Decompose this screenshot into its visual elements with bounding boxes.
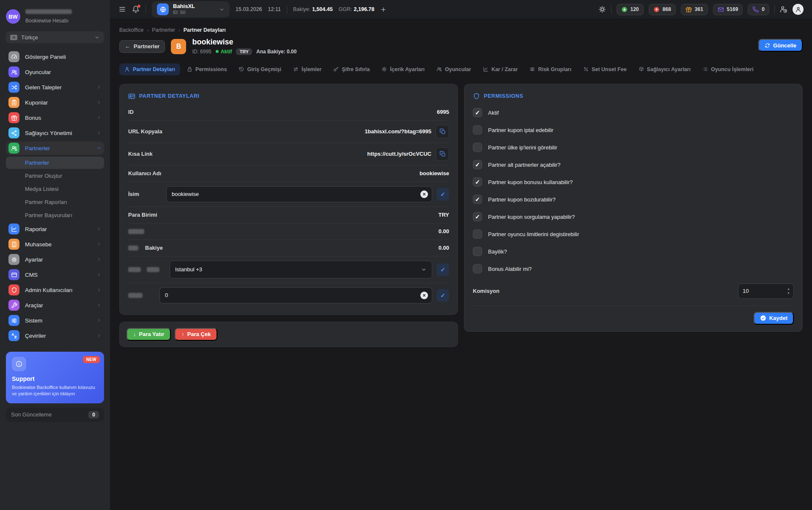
checkbox[interactable]: ✓ bbox=[473, 212, 482, 221]
currency-badge: TRY bbox=[236, 48, 252, 55]
user-clock-icon[interactable] bbox=[780, 6, 787, 13]
sidebar-item-gelen-talepler[interactable]: Gelen Talepler bbox=[6, 80, 104, 94]
deposits-badge[interactable]: 120 bbox=[617, 4, 644, 15]
bonuses-badge[interactable]: 361 bbox=[681, 4, 708, 15]
sidebar-item-cms[interactable]: CMS bbox=[6, 268, 104, 281]
tab-risk-gruplari[interactable]: Risk Grupları bbox=[524, 63, 576, 75]
withdraw-button[interactable]: ↑ Para Çek bbox=[175, 328, 217, 341]
brand-selector[interactable]: BahisXL ID: 50 bbox=[152, 1, 230, 17]
sidebar-subitem-partner-olustur[interactable]: Partner Oluştur bbox=[6, 170, 104, 182]
sidebar-item-bonus[interactable]: Bonus bbox=[6, 111, 104, 124]
last-update-row[interactable]: Son Güncelleme 0 bbox=[6, 408, 104, 422]
tab-set-unset-fee[interactable]: Set Unset Fee bbox=[578, 63, 632, 75]
sidebar-subitem-partner-raporlari[interactable]: Partner Raporları bbox=[6, 196, 104, 208]
tab-oyuncu-islemleri[interactable]: Oyuncu İşlemleri bbox=[697, 63, 759, 75]
confirm-name-button[interactable]: ✓ bbox=[436, 188, 449, 201]
refresh-button[interactable]: Güncelle bbox=[758, 39, 803, 52]
checkbox[interactable]: ✓ bbox=[473, 108, 482, 117]
tab-giris-gecmisi[interactable]: Giriş Geçmişi bbox=[233, 63, 286, 75]
tab-label: Partner Detayları bbox=[133, 66, 175, 72]
commission-input[interactable] bbox=[738, 288, 787, 294]
masked-value-input[interactable] bbox=[159, 287, 432, 303]
gauge-icon bbox=[8, 51, 19, 62]
sidebar-item-raporlar[interactable]: Raporlar bbox=[6, 222, 104, 236]
topbar: BahisXL ID: 50 15.03.2026 12:11 Bakiye:1… bbox=[110, 0, 812, 19]
confirm-timezone-button[interactable]: ✓ bbox=[436, 263, 449, 276]
confirm-masked-button[interactable]: ✓ bbox=[436, 289, 449, 302]
tab-saglayici-ayarlari[interactable]: Sağlayıcı Ayarları bbox=[634, 63, 696, 75]
hamburger-menu-icon[interactable] bbox=[118, 6, 126, 13]
tab-partner-detaylari[interactable]: Partner Detayları bbox=[119, 63, 180, 75]
save-button[interactable]: Kaydet bbox=[754, 312, 794, 325]
stepper-up-icon[interactable]: ▲ bbox=[787, 287, 790, 290]
checkbox[interactable]: ✓ bbox=[473, 160, 482, 169]
permission-row[interactable]: ✓ Partner kupon sorgulama yapabilir? bbox=[473, 208, 794, 226]
last-update-count: 0 bbox=[88, 411, 99, 419]
language-select[interactable]: A Türkçe bbox=[6, 31, 104, 43]
sidebar-item-partnerler[interactable]: Partnerler bbox=[6, 141, 104, 155]
permission-row[interactable]: ✓ Partner oyuncu limitlerini degistirebi… bbox=[473, 226, 794, 243]
calls-badge[interactable]: 0 bbox=[748, 4, 769, 15]
sidebar-item-ceviriler[interactable]: Çeviriler bbox=[6, 329, 104, 342]
checkbox[interactable]: ✓ bbox=[473, 143, 482, 152]
deposit-button[interactable]: ↓ Para Yatır bbox=[126, 328, 171, 341]
clear-icon[interactable]: × bbox=[420, 292, 428, 299]
sidebar-item-ayarlar[interactable]: Ayarlar bbox=[6, 253, 104, 266]
settings-gear-icon[interactable] bbox=[598, 6, 606, 13]
sidebar-item-kuponlar[interactable]: Kuponlar bbox=[6, 96, 104, 109]
checkbox[interactable]: ✓ bbox=[473, 264, 482, 273]
checkbox[interactable]: ✓ bbox=[473, 229, 482, 239]
permission-label: Aktif bbox=[488, 110, 499, 116]
panel-title-row: PARTNER DETAYLARI bbox=[128, 93, 449, 100]
sidebar-item-admin-kullanicilari[interactable]: Admin Kullanıcıları bbox=[6, 283, 104, 297]
sidebar-subitem-partner-basvurulari[interactable]: Partner Başvuruları bbox=[6, 209, 104, 221]
checkbox[interactable]: ✓ bbox=[473, 125, 482, 135]
tab-oyuncular[interactable]: Oyuncular bbox=[431, 63, 476, 75]
permission-row[interactable]: ✓ Bonus Alabilir mi? bbox=[473, 260, 794, 278]
commission-stepper: ▲ ▼ bbox=[738, 284, 794, 299]
permission-row[interactable]: ✓ Partner kupon iptal edebilir bbox=[473, 121, 794, 139]
tab-kar-zarar[interactable]: Kar / Zarar bbox=[478, 63, 523, 75]
permission-row[interactable]: ✓ Aktif bbox=[473, 104, 794, 121]
sidebar-item-muhasebe[interactable]: Muhasebe bbox=[6, 237, 104, 251]
permission-row[interactable]: ✓ Partner ülke ip'lerini görebilir bbox=[473, 139, 794, 156]
name-input[interactable] bbox=[166, 186, 432, 202]
clear-icon[interactable]: × bbox=[420, 190, 428, 198]
sidebar-subitem-medya-listesi[interactable]: Medya Listesi bbox=[6, 183, 104, 195]
sidebar-subitem-partnerler[interactable]: Partnerler bbox=[6, 157, 104, 169]
ggr-label: GGR: bbox=[339, 6, 352, 12]
tab-islemler[interactable]: İşlemler bbox=[288, 63, 326, 75]
withdrawals-badge[interactable]: 868 bbox=[649, 4, 676, 15]
sidebar-item-gosterge-paneli[interactable]: Gösterge Paneli bbox=[6, 50, 104, 63]
messages-badge[interactable]: 5169 bbox=[713, 4, 743, 15]
checkbox[interactable]: ✓ bbox=[473, 195, 482, 204]
permission-row[interactable]: ✓ Partner alt partnerler açabilir? bbox=[473, 156, 794, 174]
arrow-up-icon: ↑ bbox=[181, 331, 184, 337]
tab-icerik-ayarlari[interactable]: İçerik Ayarları bbox=[376, 63, 430, 75]
tab-sifre-sifirla[interactable]: Şifre Sıfırla bbox=[328, 63, 375, 75]
permission-row[interactable]: ✓ Partner kupon bonusu kullanabilir? bbox=[473, 174, 794, 191]
breadcrumb-item[interactable]: Partnerler bbox=[152, 27, 175, 33]
breadcrumb-item[interactable]: Backoffice bbox=[119, 27, 143, 33]
tab-permissions[interactable]: Permissions bbox=[182, 63, 232, 75]
support-card[interactable]: NEW Support Bookiewise Backoffice kullan… bbox=[6, 352, 104, 403]
sidebar-item-oyuncular[interactable]: Oyuncular bbox=[6, 65, 104, 79]
bell-icon[interactable] bbox=[132, 6, 140, 13]
permission-row[interactable]: ✓ Partner kupon bozdurabilir? bbox=[473, 191, 794, 208]
copy-url-button[interactable] bbox=[436, 125, 449, 138]
refresh-button-label: Güncelle bbox=[773, 42, 796, 49]
add-icon[interactable] bbox=[380, 6, 387, 13]
status-badge: Aktif bbox=[221, 49, 232, 55]
user-avatar[interactable] bbox=[793, 4, 804, 15]
timezone-select[interactable]: Istanbul +3 bbox=[170, 261, 432, 278]
back-to-partners-button[interactable]: ← Partnerler bbox=[119, 40, 165, 53]
copy-short-link-button[interactable] bbox=[436, 147, 449, 161]
sidebar-item-saglayici-yonetimi[interactable]: Sağlayıcı Yönetimi bbox=[6, 126, 104, 140]
checkbox[interactable]: ✓ bbox=[473, 247, 482, 256]
permission-row[interactable]: ✓ Bayilik? bbox=[473, 243, 794, 260]
sidebar-item-araclar[interactable]: Araçlar bbox=[6, 298, 104, 312]
sidebar-item-label: Sistem bbox=[25, 317, 42, 324]
stepper-down-icon[interactable]: ▼ bbox=[787, 292, 790, 295]
checkbox[interactable]: ✓ bbox=[473, 177, 482, 187]
sidebar-item-sistem[interactable]: Sistem bbox=[6, 314, 104, 327]
